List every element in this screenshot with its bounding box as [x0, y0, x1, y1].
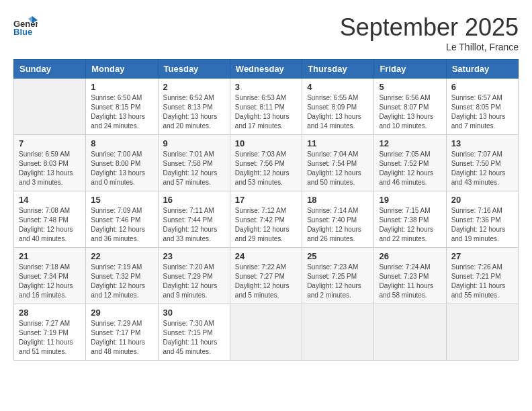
column-header-friday: Friday — [374, 60, 446, 79]
calendar-week-row: 21Sunrise: 7:18 AM Sunset: 7:34 PM Dayli… — [14, 248, 519, 304]
calendar-cell: 6Sunrise: 6:57 AM Sunset: 8:05 PM Daylig… — [446, 79, 518, 135]
calendar-header-row: SundayMondayTuesdayWednesdayThursdayFrid… — [14, 60, 519, 79]
calendar-cell: 13Sunrise: 7:07 AM Sunset: 7:50 PM Dayli… — [446, 135, 518, 191]
day-number: 10 — [235, 138, 297, 148]
calendar-cell: 25Sunrise: 7:23 AM Sunset: 7:25 PM Dayli… — [302, 248, 374, 304]
day-info: Sunrise: 6:50 AM Sunset: 8:15 PM Dayligh… — [91, 93, 152, 131]
day-info: Sunrise: 7:18 AM Sunset: 7:34 PM Dayligh… — [19, 263, 81, 300]
calendar-cell: 4Sunrise: 6:55 AM Sunset: 8:09 PM Daylig… — [302, 79, 374, 135]
calendar-cell: 10Sunrise: 7:03 AM Sunset: 7:56 PM Dayli… — [230, 135, 302, 191]
calendar-cell: 22Sunrise: 7:19 AM Sunset: 7:32 PM Dayli… — [86, 248, 158, 304]
calendar-cell — [374, 304, 446, 361]
calendar-cell: 12Sunrise: 7:05 AM Sunset: 7:52 PM Dayli… — [374, 135, 446, 191]
calendar-table: SundayMondayTuesdayWednesdayThursdayFrid… — [13, 59, 519, 361]
day-number: 9 — [163, 138, 225, 148]
calendar-week-row: 7Sunrise: 6:59 AM Sunset: 8:03 PM Daylig… — [14, 135, 519, 191]
day-number: 23 — [163, 251, 225, 261]
day-info: Sunrise: 7:16 AM Sunset: 7:36 PM Dayligh… — [451, 206, 513, 244]
logo-icon: General Blue — [13, 13, 38, 38]
calendar-cell — [230, 304, 302, 361]
day-info: Sunrise: 7:11 AM Sunset: 7:44 PM Dayligh… — [163, 206, 225, 244]
day-info: Sunrise: 6:57 AM Sunset: 8:05 PM Dayligh… — [451, 93, 513, 131]
day-info: Sunrise: 7:22 AM Sunset: 7:27 PM Dayligh… — [235, 263, 297, 300]
day-info: Sunrise: 6:55 AM Sunset: 8:09 PM Dayligh… — [307, 93, 369, 131]
day-info: Sunrise: 7:24 AM Sunset: 7:23 PM Dayligh… — [379, 263, 441, 300]
calendar-cell — [14, 79, 86, 135]
calendar-cell: 19Sunrise: 7:15 AM Sunset: 7:38 PM Dayli… — [374, 191, 446, 248]
day-info: Sunrise: 6:56 AM Sunset: 8:07 PM Dayligh… — [379, 93, 441, 131]
calendar-cell: 14Sunrise: 7:08 AM Sunset: 7:48 PM Dayli… — [14, 191, 86, 248]
day-number: 22 — [91, 251, 152, 261]
column-header-thursday: Thursday — [302, 60, 374, 79]
day-number: 28 — [19, 308, 81, 318]
day-number: 25 — [307, 251, 369, 261]
calendar-cell: 20Sunrise: 7:16 AM Sunset: 7:36 PM Dayli… — [446, 191, 518, 248]
day-number: 21 — [19, 251, 81, 261]
calendar-cell: 29Sunrise: 7:29 AM Sunset: 7:17 PM Dayli… — [86, 304, 158, 361]
calendar-cell: 8Sunrise: 7:00 AM Sunset: 8:00 PM Daylig… — [86, 135, 158, 191]
day-number: 24 — [235, 251, 297, 261]
calendar-cell: 2Sunrise: 6:52 AM Sunset: 8:13 PM Daylig… — [158, 79, 230, 135]
day-info: Sunrise: 7:01 AM Sunset: 7:58 PM Dayligh… — [163, 150, 225, 187]
day-info: Sunrise: 7:07 AM Sunset: 7:50 PM Dayligh… — [451, 150, 513, 187]
day-info: Sunrise: 7:09 AM Sunset: 7:46 PM Dayligh… — [91, 206, 152, 244]
calendar-cell — [302, 304, 374, 361]
calendar-cell: 28Sunrise: 7:27 AM Sunset: 7:19 PM Dayli… — [14, 304, 86, 361]
calendar-cell: 27Sunrise: 7:26 AM Sunset: 7:21 PM Dayli… — [446, 248, 518, 304]
day-number: 1 — [91, 82, 152, 92]
day-number: 26 — [379, 251, 441, 261]
day-number: 29 — [91, 308, 152, 318]
day-info: Sunrise: 7:00 AM Sunset: 8:00 PM Dayligh… — [91, 150, 152, 187]
day-info: Sunrise: 7:27 AM Sunset: 7:19 PM Dayligh… — [19, 319, 81, 357]
day-info: Sunrise: 7:23 AM Sunset: 7:25 PM Dayligh… — [307, 263, 369, 300]
day-info: Sunrise: 7:15 AM Sunset: 7:38 PM Dayligh… — [379, 206, 441, 244]
month-title: September 2025 — [340, 13, 519, 42]
day-number: 8 — [91, 138, 152, 148]
logo: General Blue — [13, 13, 38, 38]
calendar-cell: 23Sunrise: 7:20 AM Sunset: 7:29 PM Dayli… — [158, 248, 230, 304]
column-header-sunday: Sunday — [14, 60, 86, 79]
calendar-cell: 9Sunrise: 7:01 AM Sunset: 7:58 PM Daylig… — [158, 135, 230, 191]
day-number: 14 — [19, 195, 81, 205]
calendar-cell: 3Sunrise: 6:53 AM Sunset: 8:11 PM Daylig… — [230, 79, 302, 135]
calendar-cell: 17Sunrise: 7:12 AM Sunset: 7:42 PM Dayli… — [230, 191, 302, 248]
calendar-cell: 7Sunrise: 6:59 AM Sunset: 8:03 PM Daylig… — [14, 135, 86, 191]
title-area: September 2025 Le Thillot, France — [340, 13, 519, 52]
day-info: Sunrise: 7:26 AM Sunset: 7:21 PM Dayligh… — [451, 263, 513, 300]
calendar-cell: 21Sunrise: 7:18 AM Sunset: 7:34 PM Dayli… — [14, 248, 86, 304]
day-info: Sunrise: 7:29 AM Sunset: 7:17 PM Dayligh… — [91, 319, 152, 357]
calendar-week-row: 28Sunrise: 7:27 AM Sunset: 7:19 PM Dayli… — [14, 304, 519, 361]
column-header-wednesday: Wednesday — [230, 60, 302, 79]
day-info: Sunrise: 7:30 AM Sunset: 7:15 PM Dayligh… — [163, 319, 225, 357]
day-number: 12 — [379, 138, 441, 148]
day-number: 13 — [451, 138, 513, 148]
day-number: 2 — [163, 82, 225, 92]
header: General Blue September 2025 Le Thillot, … — [13, 13, 519, 52]
day-number: 20 — [451, 195, 513, 205]
day-info: Sunrise: 7:14 AM Sunset: 7:40 PM Dayligh… — [307, 206, 369, 244]
calendar-cell — [446, 304, 518, 361]
day-number: 5 — [379, 82, 441, 92]
day-info: Sunrise: 7:05 AM Sunset: 7:52 PM Dayligh… — [379, 150, 441, 187]
column-header-tuesday: Tuesday — [158, 60, 230, 79]
day-number: 27 — [451, 251, 513, 261]
day-number: 15 — [91, 195, 152, 205]
svg-text:Blue: Blue — [13, 27, 32, 37]
calendar-cell: 1Sunrise: 6:50 AM Sunset: 8:15 PM Daylig… — [86, 79, 158, 135]
calendar-cell: 18Sunrise: 7:14 AM Sunset: 7:40 PM Dayli… — [302, 191, 374, 248]
calendar-week-row: 14Sunrise: 7:08 AM Sunset: 7:48 PM Dayli… — [14, 191, 519, 248]
day-info: Sunrise: 6:52 AM Sunset: 8:13 PM Dayligh… — [163, 93, 225, 131]
day-info: Sunrise: 6:59 AM Sunset: 8:03 PM Dayligh… — [19, 150, 81, 187]
calendar-cell: 15Sunrise: 7:09 AM Sunset: 7:46 PM Dayli… — [86, 191, 158, 248]
day-number: 7 — [19, 138, 81, 148]
calendar-cell: 11Sunrise: 7:04 AM Sunset: 7:54 PM Dayli… — [302, 135, 374, 191]
day-number: 30 — [163, 308, 225, 318]
day-number: 17 — [235, 195, 297, 205]
calendar-cell: 30Sunrise: 7:30 AM Sunset: 7:15 PM Dayli… — [158, 304, 230, 361]
day-info: Sunrise: 7:03 AM Sunset: 7:56 PM Dayligh… — [235, 150, 297, 187]
day-info: Sunrise: 7:12 AM Sunset: 7:42 PM Dayligh… — [235, 206, 297, 244]
day-info: Sunrise: 7:20 AM Sunset: 7:29 PM Dayligh… — [163, 263, 225, 300]
day-info: Sunrise: 6:53 AM Sunset: 8:11 PM Dayligh… — [235, 93, 297, 131]
calendar-cell: 16Sunrise: 7:11 AM Sunset: 7:44 PM Dayli… — [158, 191, 230, 248]
day-number: 11 — [307, 138, 369, 148]
